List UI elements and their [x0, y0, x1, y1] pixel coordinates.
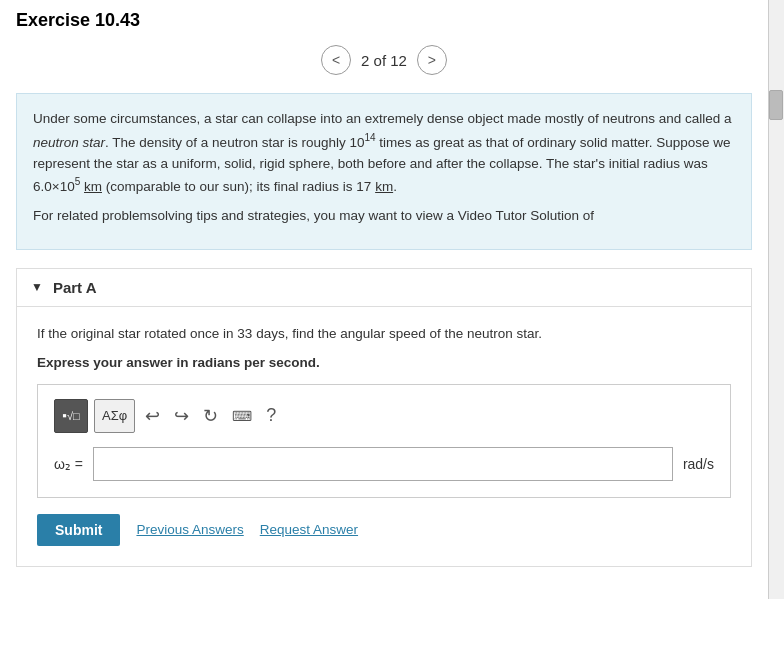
undo-button[interactable]: ↩: [141, 399, 164, 433]
problem-text-1: Under some circumstances, a star can col…: [33, 108, 735, 197]
previous-answers-button[interactable]: Previous Answers: [136, 522, 243, 537]
help-icon: ?: [266, 405, 276, 426]
part-a-title: Part A: [53, 279, 97, 296]
part-a-question: If the original star rotated once in 33 …: [37, 323, 731, 345]
formula-button[interactable]: ΑΣφ: [94, 399, 135, 433]
unit-label: rad/s: [683, 456, 714, 472]
answer-box: ▪√□ ΑΣφ ↩ ↪ ↻: [37, 384, 731, 498]
omega-label: ω₂ =: [54, 456, 83, 472]
part-a-body: If the original star rotated once in 33 …: [17, 307, 751, 566]
redo-button[interactable]: ↪: [170, 399, 193, 433]
refresh-icon: ↻: [203, 405, 218, 427]
formula-icon: ΑΣφ: [102, 408, 127, 423]
page-position: 2 of 12: [361, 52, 407, 69]
request-answer-button[interactable]: Request Answer: [260, 522, 358, 537]
submit-button[interactable]: Submit: [37, 514, 120, 546]
redo-icon: ↪: [174, 405, 189, 427]
problem-text-2: For related problemsolving tips and stra…: [33, 205, 735, 227]
answer-input-row: ω₂ = rad/s: [54, 447, 714, 481]
part-a-section: ▼ Part A If the original star rotated on…: [16, 268, 752, 567]
problem-description: Under some circumstances, a star can col…: [16, 93, 752, 250]
answer-input[interactable]: [93, 447, 673, 481]
keyboard-icon: ⌨: [232, 408, 252, 424]
math-toolbar: ▪√□ ΑΣφ ↩ ↪ ↻: [54, 399, 714, 433]
undo-icon: ↩: [145, 405, 160, 427]
scrollbar[interactable]: [768, 0, 784, 599]
express-instruction: Express your answer in radians per secon…: [37, 355, 731, 370]
keyboard-button[interactable]: ⌨: [228, 399, 256, 433]
navigation-row: < 2 of 12 >: [16, 45, 752, 75]
scrollbar-thumb[interactable]: [769, 90, 783, 120]
next-button[interactable]: >: [417, 45, 447, 75]
prev-button[interactable]: <: [321, 45, 351, 75]
exercise-title: Exercise 10.43: [16, 10, 752, 31]
part-a-header[interactable]: ▼ Part A: [17, 269, 751, 307]
matrix-icon: ▪√□: [62, 408, 79, 423]
bottom-actions: Submit Previous Answers Request Answer: [37, 514, 731, 546]
refresh-button[interactable]: ↻: [199, 399, 222, 433]
matrix-button[interactable]: ▪√□: [54, 399, 88, 433]
help-button[interactable]: ?: [262, 399, 280, 433]
part-a-arrow-icon: ▼: [31, 280, 43, 294]
